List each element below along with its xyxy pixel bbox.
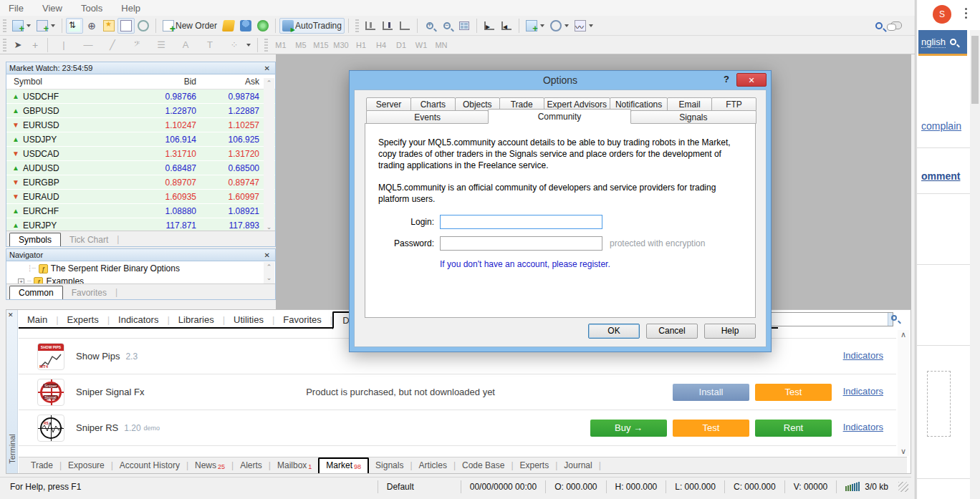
tab-experts[interactable]: Experts (514, 458, 556, 473)
tab-libraries[interactable]: Libraries (170, 312, 223, 327)
text-label-button[interactable]: T (198, 37, 222, 53)
comment-link[interactable]: omment (921, 170, 960, 182)
tab-events[interactable]: Events (366, 110, 489, 124)
buy-button[interactable]: Buy → (590, 420, 667, 437)
language-link[interactable]: nglish (921, 37, 946, 48)
rent-button[interactable]: Rent (755, 420, 832, 437)
tab-signals[interactable]: Signals (369, 458, 410, 473)
data-window-button[interactable] (117, 18, 135, 34)
scrollbar[interactable]: ⌃ ⌄ (264, 78, 274, 233)
tab-journal[interactable]: Journal (557, 458, 598, 473)
test-button[interactable]: Test (673, 420, 749, 437)
column-bid[interactable]: Bid (135, 77, 196, 87)
menu-view[interactable]: View (42, 3, 62, 14)
tab-trade[interactable]: Trade (24, 458, 59, 473)
timeframe-m5[interactable]: M5 (291, 41, 311, 49)
cancel-button[interactable]: Cancel (646, 324, 698, 339)
tab-main[interactable]: Main (19, 312, 56, 327)
fibonacci-button[interactable]: ☰ (149, 37, 173, 53)
chat-button[interactable] (888, 18, 905, 34)
avatar[interactable]: S (933, 5, 951, 24)
tab-indicators[interactable]: Indicators (110, 312, 167, 327)
tile-windows-button[interactable] (456, 18, 473, 34)
chart-shift-end-button[interactable]: ◂ (498, 18, 515, 34)
tab-code-base[interactable]: Code Base (456, 458, 511, 473)
new-order-button[interactable]: New Order (160, 18, 220, 34)
autoscroll-button[interactable]: ▸ (481, 18, 498, 34)
market-watch-titlebar[interactable]: Market Watch: 23:54:59 ✕ (6, 62, 275, 74)
timeframe-d1[interactable]: D1 (391, 41, 411, 49)
status-profile[interactable]: Default (378, 480, 461, 493)
tab-tick-chart[interactable]: Tick Chart (61, 233, 117, 246)
scroll-down-icon[interactable]: ⌄ (264, 273, 274, 284)
ok-button[interactable]: OK (588, 324, 640, 339)
table-row[interactable]: ▲USDJPY106.914106.925 (6, 132, 275, 147)
table-row[interactable]: ▲AUDUSD0.684870.68500 (6, 161, 275, 175)
tab-server[interactable]: Server (366, 97, 411, 111)
product-name[interactable]: Sniper RS (76, 422, 118, 433)
new-chart-button[interactable] (9, 18, 34, 34)
column-ask[interactable]: Ask (196, 77, 259, 87)
vertical-line-button[interactable]: | (52, 37, 76, 53)
tab-account-history[interactable]: Account History (113, 458, 186, 473)
autotrading-button[interactable]: AutoTrading (279, 18, 345, 34)
arrows-button[interactable]: ⁘ (222, 37, 254, 53)
close-icon[interactable]: ✕ (262, 64, 272, 72)
tab-signals[interactable]: Signals (630, 110, 756, 124)
profiles-button[interactable] (34, 18, 58, 34)
menu-dots-icon[interactable] (965, 6, 967, 21)
table-row[interactable]: ▼USDCAD1.317101.31720 (6, 147, 275, 161)
search-icon[interactable] (888, 313, 893, 326)
resize-grip[interactable] (898, 482, 908, 492)
password-field[interactable] (440, 236, 602, 251)
scroll-up-icon[interactable]: ⌃ (264, 78, 274, 89)
table-row[interactable]: ▼EURGBP0.897070.89747 (6, 175, 275, 190)
cursor-button[interactable]: ➤ (9, 37, 27, 53)
signals-button[interactable] (254, 18, 272, 34)
horizontal-line-button[interactable]: — (76, 37, 100, 53)
tree-item-serpent-rider[interactable]: ┆┄ ƒ The Serpent Rider Binary Options (8, 262, 274, 275)
timeframe-h1[interactable]: H1 (351, 41, 371, 49)
zoom-out-button[interactable]: − (438, 18, 456, 34)
timeframe-m30[interactable]: M30 (331, 41, 351, 49)
table-row[interactable]: ▲GBPUSD1.228701.22887 (6, 104, 275, 118)
help-button[interactable]: Help (704, 324, 756, 339)
line-chart-button[interactable] (396, 18, 413, 34)
scrollbar[interactable] (970, 30, 980, 499)
dialog-titlebar[interactable]: Options ? ✕ (350, 71, 771, 89)
table-row[interactable]: ▲EURCHF1.088801.08921 (6, 204, 275, 218)
tab-symbols[interactable]: Symbols (9, 233, 61, 246)
tab-market[interactable]: Market98 (318, 457, 369, 473)
tab-utilities[interactable]: Utilities (225, 312, 272, 327)
scroll-up-icon[interactable]: ∧ (898, 330, 909, 339)
scroll-up-icon[interactable]: ⌃ (264, 262, 274, 273)
toolbar-grip[interactable] (3, 39, 6, 52)
indicators-link[interactable]: Indicators (843, 386, 883, 397)
search-icon[interactable] (950, 39, 956, 45)
complain-link[interactable]: complain (921, 120, 961, 132)
search-button[interactable] (870, 18, 888, 34)
scrollbar[interactable]: ∧ ∨ (898, 330, 909, 456)
menu-help[interactable]: Help (121, 3, 140, 14)
templates-button[interactable]: 〰 (572, 18, 596, 34)
metaeditor-button[interactable] (220, 18, 237, 34)
tab-alerts[interactable]: Alerts (234, 458, 269, 473)
timeframe-mn[interactable]: MN (431, 41, 451, 49)
timeframe-m1[interactable]: M1 (271, 41, 291, 49)
tab-favorites[interactable]: Favorites (274, 312, 330, 327)
close-icon[interactable]: ✕ (8, 311, 14, 319)
login-field[interactable] (440, 215, 602, 229)
tab-common[interactable]: Common (9, 286, 63, 299)
indicators-link[interactable]: Indicators (843, 422, 883, 432)
tab-mailbox[interactable]: Mailbox1 (271, 458, 318, 473)
toolbar-grip[interactable] (3, 19, 6, 32)
strategy-tester-button[interactable] (135, 18, 152, 34)
timeframe-h4[interactable]: H4 (371, 41, 391, 49)
navigator-titlebar[interactable]: Navigator ✕ (6, 249, 275, 261)
table-row[interactable]: ▲USDCHF0.987660.98784 (6, 89, 275, 104)
trendline-button[interactable]: ╱ (100, 37, 125, 53)
tab-ftp[interactable]: FTP (711, 97, 756, 111)
column-symbol[interactable]: Symbol (6, 77, 135, 87)
close-button[interactable]: ✕ (736, 73, 767, 87)
crosshair-button[interactable]: ⊕ (83, 18, 100, 34)
